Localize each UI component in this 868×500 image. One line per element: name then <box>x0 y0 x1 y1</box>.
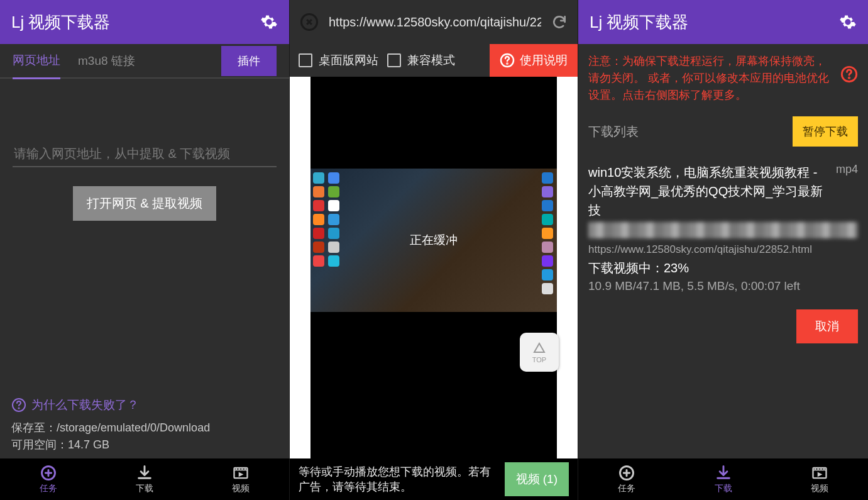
buffering-text: 正在缓冲 <box>410 232 458 248</box>
browser-url-field[interactable] <box>329 15 541 30</box>
nav-task[interactable]: 任务 <box>0 464 96 494</box>
cancel-row: 取消 <box>578 293 868 343</box>
question-icon[interactable] <box>840 65 858 83</box>
download-list-title: 下载列表 <box>588 123 639 140</box>
url-bar <box>290 0 578 44</box>
video-player[interactable]: 正在缓冲 <box>310 77 557 458</box>
app-title: Lj 视频下载器 <box>590 11 688 33</box>
svg-point-6 <box>507 63 507 64</box>
video-thumbnail: 正在缓冲 <box>310 169 557 312</box>
download-icon <box>715 464 732 482</box>
instructions-button[interactable]: 使用说明 <box>490 44 578 77</box>
left-header: Lj 视频下载器 <box>0 0 289 44</box>
cancel-button[interactable]: 取消 <box>796 309 858 343</box>
nav-download[interactable]: 下载 <box>675 464 772 494</box>
gear-icon[interactable] <box>839 13 857 31</box>
nav-video[interactable]: 视频 <box>771 464 868 494</box>
url-input[interactable] <box>13 142 277 167</box>
download-item-url: https://www.12580sky.com/qitajishu/22852… <box>588 243 858 256</box>
download-item[interactable]: win10安装系统，电脑系统重装视频教程 - 小高教学网_最优秀的QQ技术网_学… <box>578 155 868 293</box>
download-item-ext: mp4 <box>836 163 858 219</box>
film-icon <box>811 464 828 482</box>
checkbox-icon <box>299 53 312 67</box>
right-header: Lj 视频下载器 <box>578 0 868 44</box>
close-circle-icon[interactable] <box>300 13 319 31</box>
svg-point-1 <box>18 408 19 408</box>
desktop-mode-checkbox[interactable]: 桌面版网站 <box>299 52 378 69</box>
nav-task[interactable]: 任务 <box>578 464 675 494</box>
plus-circle-icon <box>618 464 635 482</box>
help-link[interactable]: 为什么下载失败了？ <box>11 397 278 413</box>
question-icon <box>11 397 26 413</box>
warning-text: 注意：为确保下载进程运行，屏幕将保持微亮，请勿关闭。 或者，你可以修改本应用的电… <box>588 53 833 104</box>
redacted-line <box>588 222 858 238</box>
web-view[interactable]: 正在缓冲 TOP <box>290 77 578 458</box>
wait-hint: 等待或手动播放您想下载的视频。若有广告，请等待其结束。 <box>299 464 496 495</box>
help-text: 为什么下载失败了？ <box>31 397 139 413</box>
download-icon <box>136 464 153 482</box>
nav-download[interactable]: 下载 <box>96 464 192 494</box>
film-icon <box>232 464 250 482</box>
warning-banner: 注意：为确保下载进程运行，屏幕将保持微亮，请勿关闭。 或者，你可以修改本应用的电… <box>578 44 868 113</box>
tab-row: 网页地址 m3u8 链接 插件 <box>0 44 289 79</box>
tab-web-url[interactable]: 网页地址 <box>13 43 60 79</box>
nav-video[interactable]: 视频 <box>193 464 289 494</box>
plus-circle-icon <box>40 464 57 482</box>
left-bottom-nav: 任务 下载 视频 <box>0 458 289 500</box>
browser-options: 桌面版网站 兼容模式 使用说明 <box>290 44 578 77</box>
free-space: 可用空间：14.7 GB <box>11 436 278 453</box>
download-progress: 下载视频中：23% <box>588 260 858 277</box>
gear-icon[interactable] <box>260 13 278 31</box>
save-path: 保存至：/storage/emulated/0/Download <box>11 419 278 436</box>
middle-pane: 桌面版网站 兼容模式 使用说明 <box>289 0 578 500</box>
download-item-name: win10安装系统，电脑系统重装视频教程 - 小高教学网_最优秀的QQ技术网_学… <box>588 163 830 219</box>
pause-download-button[interactable]: 暂停下载 <box>793 116 858 147</box>
reload-icon[interactable] <box>551 14 568 30</box>
compat-mode-checkbox[interactable]: 兼容模式 <box>387 52 455 69</box>
download-list-header: 下载列表 暂停下载 <box>578 113 868 155</box>
detected-videos-button[interactable]: 视频 (1) <box>505 462 569 496</box>
scroll-top-button[interactable]: TOP <box>520 333 559 372</box>
download-stats: 10.9 MB/47.1 MB, 5.5 MB/s, 0:00:07 left <box>588 279 858 293</box>
svg-point-8 <box>849 77 849 78</box>
arrow-up-icon <box>532 341 547 356</box>
input-area: 打开网页 & 提取视频 <box>0 79 289 221</box>
checkbox-icon <box>387 53 401 67</box>
plugin-button[interactable]: 插件 <box>221 46 277 76</box>
right-pane: Lj 视频下载器 注意：为确保下载进程运行，屏幕将保持微亮，请勿关闭。 或者，你… <box>578 0 868 500</box>
mid-bottom-bar: 等待或手动播放您想下载的视频。若有广告，请等待其结束。 视频 (1) <box>290 458 578 500</box>
open-extract-button[interactable]: 打开网页 & 提取视频 <box>73 186 216 221</box>
question-icon <box>500 53 515 68</box>
left-bottom-info: 为什么下载失败了？ 保存至：/storage/emulated/0/Downlo… <box>0 397 289 458</box>
tab-m3u8[interactable]: m3u8 链接 <box>78 44 135 78</box>
app-title: Lj 视频下载器 <box>11 11 110 33</box>
right-bottom-nav: 任务 下载 视频 <box>578 458 868 500</box>
left-pane: Lj 视频下载器 网页地址 m3u8 链接 插件 打开网页 & 提取视频 为什么… <box>0 0 289 500</box>
